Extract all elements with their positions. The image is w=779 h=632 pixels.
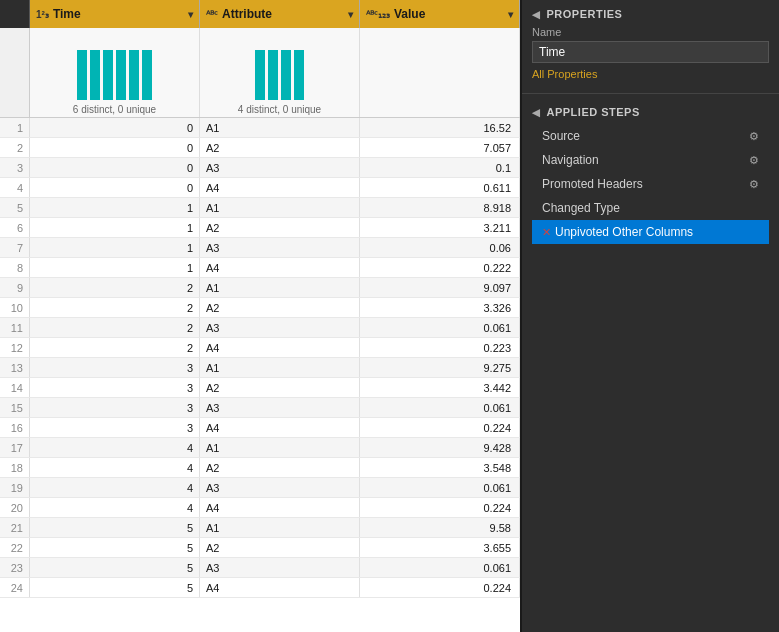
col-header-time[interactable]: 1²₃ Time ▾ — [30, 0, 200, 28]
cell-value: 0.224 — [360, 498, 520, 517]
preview-cell-value — [360, 28, 520, 117]
table-row[interactable]: 14 3 A2 3.442 — [0, 378, 520, 398]
table-row[interactable]: 19 4 A3 0.061 — [0, 478, 520, 498]
table-row[interactable]: 5 1 A1 8.918 — [0, 198, 520, 218]
row-number: 13 — [0, 358, 30, 377]
row-number: 5 — [0, 198, 30, 217]
gear-icon[interactable]: ⚙ — [749, 178, 759, 191]
row-number: 24 — [0, 578, 30, 597]
table-row[interactable]: 13 3 A1 9.275 — [0, 358, 520, 378]
gear-icon[interactable]: ⚙ — [749, 130, 759, 143]
preview-num-spacer — [0, 28, 30, 117]
cell-time: 0 — [30, 138, 200, 157]
step-item-source[interactable]: Source⚙ — [532, 124, 769, 148]
cell-attr: A2 — [200, 538, 360, 557]
table-row[interactable]: 2 0 A2 7.057 — [0, 138, 520, 158]
cell-attr: A4 — [200, 498, 360, 517]
row-number: 12 — [0, 338, 30, 357]
cell-time: 2 — [30, 318, 200, 337]
table-row[interactable]: 4 0 A4 0.611 — [0, 178, 520, 198]
row-number: 3 — [0, 158, 30, 177]
row-number: 18 — [0, 458, 30, 477]
col-label-time: Time — [53, 7, 81, 21]
row-num-header — [0, 0, 30, 28]
cell-time: 4 — [30, 478, 200, 497]
row-number: 14 — [0, 378, 30, 397]
step-item-changed-type[interactable]: Changed Type — [532, 196, 769, 220]
data-rows-container[interactable]: 1 0 A1 16.52 2 0 A2 7.057 3 0 A3 0.1 4 0… — [0, 118, 520, 632]
column-headers: 1²₃ Time ▾ ᴬᴮᶜ Attribute ▾ ᴬᴮᶜ₁₂₃ Value … — [0, 0, 520, 28]
cell-attr: A3 — [200, 238, 360, 257]
row-number: 10 — [0, 298, 30, 317]
table-row[interactable]: 17 4 A1 9.428 — [0, 438, 520, 458]
cell-value: 9.428 — [360, 438, 520, 457]
cell-value: 0.611 — [360, 178, 520, 197]
table-row[interactable]: 7 1 A3 0.06 — [0, 238, 520, 258]
bar-6 — [142, 50, 152, 100]
bar-a2 — [268, 50, 278, 100]
col-header-attribute[interactable]: ᴬᴮᶜ Attribute ▾ — [200, 0, 360, 28]
cell-attr: A4 — [200, 578, 360, 597]
all-properties-link[interactable]: All Properties — [532, 68, 597, 80]
cell-value: 16.52 — [360, 118, 520, 137]
col-header-value[interactable]: ᴬᴮᶜ₁₂₃ Value ▾ — [360, 0, 520, 28]
table-row[interactable]: 18 4 A2 3.548 — [0, 458, 520, 478]
cell-attr: A1 — [200, 278, 360, 297]
step-item-navigation[interactable]: Navigation⚙ — [532, 148, 769, 172]
bar-5 — [129, 50, 139, 100]
cell-time: 4 — [30, 498, 200, 517]
cell-time: 2 — [30, 338, 200, 357]
step-item-promoted-headers[interactable]: Promoted Headers⚙ — [532, 172, 769, 196]
table-row[interactable]: 15 3 A3 0.061 — [0, 398, 520, 418]
table-row[interactable]: 23 5 A3 0.061 — [0, 558, 520, 578]
collapse-icon-properties[interactable]: ◀ — [532, 9, 541, 20]
bar-a1 — [255, 50, 265, 100]
col-label-attr: Attribute — [222, 7, 272, 21]
table-row[interactable]: 24 5 A4 0.224 — [0, 578, 520, 598]
table-row[interactable]: 10 2 A2 3.326 — [0, 298, 520, 318]
col-dropdown-value[interactable]: ▾ — [508, 9, 513, 20]
cell-attr: A3 — [200, 478, 360, 497]
table-row[interactable]: 20 4 A4 0.224 — [0, 498, 520, 518]
row-number: 20 — [0, 498, 30, 517]
table-row[interactable]: 3 0 A3 0.1 — [0, 158, 520, 178]
bar-3 — [103, 50, 113, 100]
bar-chart-attr — [255, 45, 304, 100]
cell-time: 1 — [30, 218, 200, 237]
row-number: 4 — [0, 178, 30, 197]
row-number: 7 — [0, 238, 30, 257]
table-row[interactable]: 16 3 A4 0.224 — [0, 418, 520, 438]
cell-value: 3.211 — [360, 218, 520, 237]
table-row[interactable]: 1 0 A1 16.52 — [0, 118, 520, 138]
cell-attr: A1 — [200, 358, 360, 377]
col-dropdown-time[interactable]: ▾ — [188, 9, 193, 20]
table-row[interactable]: 21 5 A1 9.58 — [0, 518, 520, 538]
table-row[interactable]: 12 2 A4 0.223 — [0, 338, 520, 358]
cell-attr: A1 — [200, 118, 360, 137]
cell-value: 0.06 — [360, 238, 520, 257]
cell-value: 3.548 — [360, 458, 520, 477]
table-row[interactable]: 22 5 A2 3.655 — [0, 538, 520, 558]
collapse-icon-steps[interactable]: ◀ — [532, 107, 541, 118]
bar-2 — [90, 50, 100, 100]
row-number: 21 — [0, 518, 30, 537]
cell-value: 0.223 — [360, 338, 520, 357]
name-input[interactable] — [532, 41, 769, 63]
cell-value: 0.224 — [360, 578, 520, 597]
step-item-unpivoted-other-columns[interactable]: ✕Unpivoted Other Columns — [532, 220, 769, 244]
table-row[interactable]: 6 1 A2 3.211 — [0, 218, 520, 238]
cell-time: 5 — [30, 578, 200, 597]
cell-value: 0.222 — [360, 258, 520, 277]
col-dropdown-attr[interactable]: ▾ — [348, 9, 353, 20]
cell-attr: A3 — [200, 158, 360, 177]
cell-value: 3.655 — [360, 538, 520, 557]
row-number: 23 — [0, 558, 30, 577]
cell-attr: A2 — [200, 378, 360, 397]
cell-attr: A4 — [200, 178, 360, 197]
table-row[interactable]: 8 1 A4 0.222 — [0, 258, 520, 278]
table-row[interactable]: 9 2 A1 9.097 — [0, 278, 520, 298]
gear-icon[interactable]: ⚙ — [749, 154, 759, 167]
step-label: Promoted Headers — [542, 177, 745, 191]
table-row[interactable]: 11 2 A3 0.061 — [0, 318, 520, 338]
cell-time: 3 — [30, 358, 200, 377]
